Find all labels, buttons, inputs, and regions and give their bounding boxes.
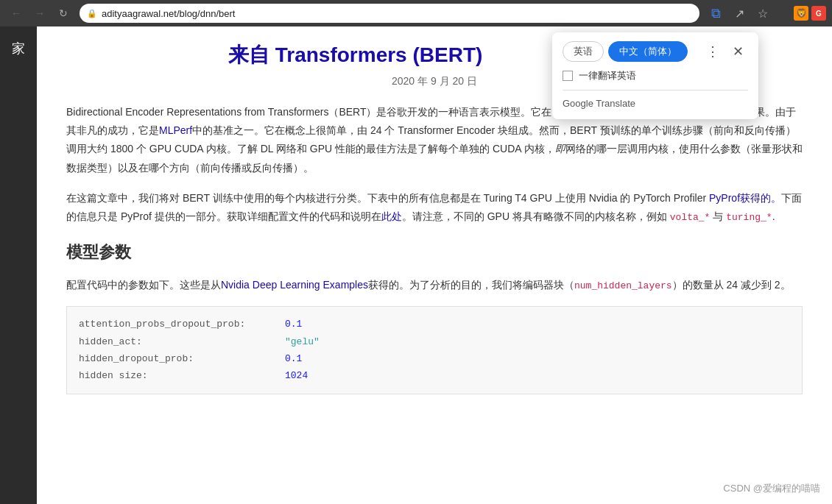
- article-body: Bidirectional Encoder Representations fr…: [66, 103, 803, 394]
- section-paragraph: 配置代码中的参数如下。这些是从Nvidia Deep Learning Exam…: [66, 276, 803, 294]
- lang-chinese-button[interactable]: 中文（简体）: [608, 41, 688, 62]
- back-button[interactable]: ←: [6, 3, 27, 24]
- pyprof-link[interactable]: PyProf获得的。: [709, 192, 781, 204]
- home-link[interactable]: 家: [12, 40, 25, 57]
- translate-divider: [563, 90, 748, 90]
- csdn-watermark: CSDN @爱编程的喵喵: [723, 482, 820, 495]
- ext-orange-icon[interactable]: 🦁: [794, 6, 808, 21]
- forward-button[interactable]: →: [29, 3, 50, 24]
- here-link[interactable]: 此处: [381, 210, 402, 222]
- google-translate-label: Google Translate: [563, 96, 748, 109]
- lang-english-button[interactable]: 英语: [563, 41, 604, 62]
- translate-checkbox-row: 一律翻译英语: [563, 69, 748, 82]
- code-block: attention_probs_dropout_prob:0.1hidden_a…: [66, 306, 803, 394]
- paragraph-2: 在这篇文章中，我们将对 BERT 训练中使用的每个内核进行分类。下表中的所有信息…: [66, 189, 803, 227]
- page-content: 家 来自 Transformers (BERT) 示 示 2020 年 9 月 …: [0, 26, 832, 504]
- translate-checkbox[interactable]: [563, 71, 573, 81]
- volta-code: volta_*: [670, 212, 711, 223]
- bookmark-button[interactable]: ☆: [752, 3, 773, 24]
- section-title: 模型参数: [66, 238, 803, 267]
- address-text: adityaagrawal.net/blog/dnn/bert: [102, 8, 692, 19]
- toolbar-icons: ⧉ ↗ ☆ 🦁 G: [705, 3, 826, 24]
- extensions-icon[interactable]: [776, 6, 791, 21]
- translate-popup: 英语 中文（简体） ⋮ ✕ 一律翻译英语 Google Translate: [552, 32, 758, 119]
- nvidia-link[interactable]: Nvidia Deep Learning Examples: [221, 279, 368, 291]
- share-button[interactable]: ↗: [729, 3, 750, 24]
- title-text: 来自 Transformers (BERT): [228, 43, 482, 66]
- left-nav: 家: [0, 26, 37, 504]
- translate-popup-header: 英语 中文（简体） ⋮ ✕: [563, 41, 748, 62]
- translate-icon-button[interactable]: ⧉: [705, 3, 726, 24]
- browser-chrome: ← → ↻ 🔒 adityaagrawal.net/blog/dnn/bert …: [0, 0, 832, 26]
- address-bar[interactable]: 🔒 adityaagrawal.net/blog/dnn/bert: [80, 4, 699, 23]
- num-hidden-code: num_hidden_layers: [574, 280, 672, 291]
- popup-close-button[interactable]: ✕: [727, 41, 748, 62]
- mlperf-link[interactable]: MLPerf: [159, 124, 192, 136]
- lock-icon: 🔒: [87, 9, 97, 18]
- nav-buttons: ← → ↻: [6, 3, 74, 24]
- ext-google-icon[interactable]: G: [811, 6, 826, 21]
- translate-checkbox-label: 一律翻译英语: [579, 69, 636, 82]
- reload-button[interactable]: ↻: [53, 3, 74, 24]
- popup-menu-button[interactable]: ⋮: [702, 41, 723, 62]
- turing-code: turing_*: [726, 212, 772, 223]
